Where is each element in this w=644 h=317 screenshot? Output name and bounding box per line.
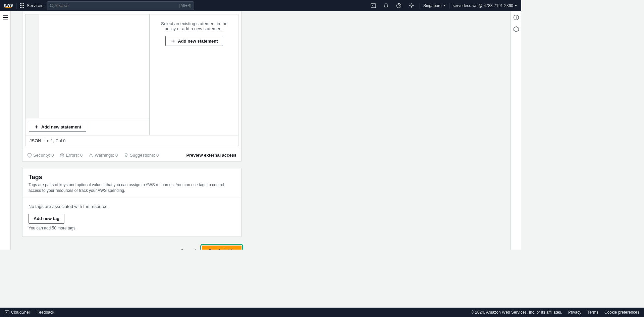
preview-external-access[interactable]: Preview external access bbox=[186, 153, 236, 158]
policy-panel: ＋ Add new statement Select an existing s… bbox=[22, 11, 241, 161]
suggestions-count: Suggestions: 0 bbox=[124, 153, 159, 158]
search-icon bbox=[50, 3, 54, 8]
add-statement-button-left[interactable]: ＋ Add new statement bbox=[29, 122, 86, 132]
add-tag-button[interactable]: Add new tag bbox=[29, 214, 64, 224]
create-table-button[interactable]: Create table bbox=[202, 246, 241, 250]
left-rail bbox=[0, 11, 11, 250]
svg-point-0 bbox=[50, 4, 53, 7]
warnings-count: Warnings: 0 bbox=[89, 153, 118, 158]
main-content: ＋ Add new statement Select an existing s… bbox=[11, 11, 511, 250]
caret-down-icon bbox=[443, 5, 446, 6]
errors-count: Errors: 0 bbox=[60, 153, 83, 158]
nav-toggle[interactable] bbox=[3, 14, 8, 250]
svg-point-15 bbox=[516, 16, 517, 16]
region-selector[interactable]: Singapore bbox=[423, 3, 446, 8]
help-icon[interactable] bbox=[394, 3, 404, 8]
json-editor[interactable] bbox=[25, 14, 149, 118]
statement-hint: Select an existing statement in the poli… bbox=[156, 21, 233, 31]
cloudshell-icon[interactable] bbox=[369, 3, 378, 8]
tags-limit: You can add 50 more tags. bbox=[29, 226, 235, 230]
search-shortcut: [Alt+S] bbox=[179, 3, 192, 8]
global-search[interactable]: [Alt+S] bbox=[47, 1, 194, 10]
policy-checks: Security: 0 Errors: 0 Warnings: 0 Sugges… bbox=[22, 149, 241, 161]
search-input[interactable] bbox=[54, 3, 179, 8]
services-menu[interactable]: Services bbox=[20, 3, 43, 8]
tags-description: Tags are pairs of keys and optional valu… bbox=[29, 182, 235, 194]
tags-panel: Tags Tags are pairs of keys and optional… bbox=[22, 168, 241, 237]
top-nav: aws Services [Alt+S] Singapore serverles… bbox=[0, 0, 521, 11]
aws-logo[interactable]: aws bbox=[4, 3, 13, 8]
cancel-button[interactable]: Cancel bbox=[180, 248, 196, 250]
settings-icon[interactable] bbox=[407, 3, 416, 8]
tags-empty: No tags are associated with the resource… bbox=[29, 204, 235, 209]
editor-status: JSON Ln 1, Col 0 bbox=[25, 135, 238, 146]
svg-marker-16 bbox=[514, 27, 519, 32]
diagnostics-icon[interactable] bbox=[513, 26, 519, 33]
svg-point-4 bbox=[398, 7, 399, 7]
svg-point-10 bbox=[125, 153, 127, 156]
form-actions: Cancel Create table bbox=[22, 244, 241, 250]
caret-down-icon bbox=[515, 5, 517, 6]
account-menu[interactable]: serverless-ws @ 4783-7191-2360 bbox=[453, 3, 517, 8]
right-rail bbox=[511, 11, 521, 250]
notifications-icon[interactable] bbox=[381, 3, 391, 8]
info-icon[interactable] bbox=[513, 14, 519, 21]
security-count: Security: 0 bbox=[27, 153, 54, 158]
add-statement-button-right[interactable]: ＋ Add new statement bbox=[165, 36, 223, 46]
svg-point-5 bbox=[411, 5, 413, 6]
grid-icon bbox=[20, 3, 24, 8]
svg-line-1 bbox=[53, 6, 54, 8]
tags-title: Tags bbox=[29, 174, 235, 181]
svg-marker-9 bbox=[89, 153, 93, 157]
